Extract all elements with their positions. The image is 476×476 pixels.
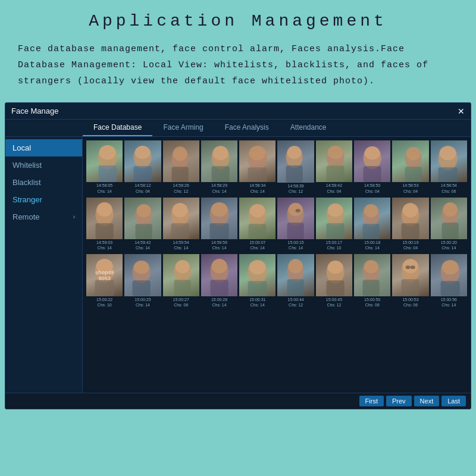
photo-meta: 15:00:15Chs: 14: [277, 240, 314, 250]
list-item[interactable]: 15:00:56Chs: 14: [431, 254, 467, 308]
tab-face-analysis[interactable]: Face Analysis: [214, 120, 280, 136]
tab-face-arming[interactable]: Face Arming: [152, 120, 214, 136]
photo-thumb: [86, 198, 123, 239]
svg-point-13: [249, 146, 266, 160]
app-window: Face Manage ✕ Face Database Face Arming …: [5, 102, 471, 409]
svg-point-19: [327, 146, 343, 159]
svg-rect-55: [363, 224, 380, 239]
list-item[interactable]: 14:58:54Chs: 06: [431, 140, 467, 194]
svg-rect-70: [174, 280, 190, 296]
photo-thumb: [354, 254, 390, 296]
photo-thumb: [277, 140, 314, 183]
photo-thumb: [392, 254, 428, 296]
list-item[interactable]: 15:00:18Chs: 14: [354, 198, 390, 251]
svg-point-87: [403, 259, 418, 273]
svg-point-31: [97, 202, 112, 217]
window-title: Face Manage: [11, 107, 59, 115]
list-item[interactable]: 14:58:05Chs: 14: [86, 140, 123, 194]
svg-point-51: [327, 203, 343, 217]
list-item[interactable]: 14:58:26Chs: 12: [163, 140, 199, 194]
description-text: Face database management, face control a…: [18, 41, 458, 89]
photo-thumb: [124, 198, 161, 239]
svg-point-46: [289, 203, 303, 216]
list-item[interactable]: 15:00:19Chs: 04: [392, 198, 428, 251]
svg-point-10: [212, 146, 228, 160]
list-item[interactable]: 14:58:34Chs: 14: [239, 140, 275, 194]
list-item[interactable]: 14:59:03Chs: 14: [86, 198, 123, 251]
svg-rect-64: [95, 280, 114, 296]
svg-rect-38: [171, 223, 189, 239]
prev-button[interactable]: Prev: [386, 396, 412, 406]
list-item[interactable]: 15:00:07Chs: 14: [239, 198, 275, 251]
tab-attendance[interactable]: Attendance: [280, 120, 337, 136]
list-item[interactable]: 14:59:56Chs: 14: [201, 198, 237, 251]
photo-meta: 15:00:17Chs: 10: [316, 240, 352, 250]
photo-meta: 14:58:39Chs: 12: [277, 183, 314, 194]
photo-meta: 14:58:54Chs: 06: [431, 183, 467, 193]
list-item[interactable]: 14:58:29Chs: 14: [201, 140, 237, 194]
list-item[interactable]: 14:59:54Chs: 14: [163, 198, 199, 251]
svg-point-37: [172, 203, 187, 217]
sidebar-item-blacklist[interactable]: Blacklist: [5, 174, 82, 191]
list-item[interactable]: 14:58:39Chs: 12: [277, 140, 314, 194]
list-item[interactable]: 14:58:53Chs: 04: [392, 140, 428, 194]
svg-point-22: [365, 146, 380, 159]
sidebar-item-local[interactable]: Local: [5, 139, 82, 156]
list-item[interactable]: 14:58:12Chs: 04: [124, 140, 161, 194]
photo-thumb: [239, 140, 275, 182]
main-content: 14:58:05Chs: 14 14:58:12Chs: 04: [83, 137, 471, 393]
list-item[interactable]: 15:00:31Chs: 14: [239, 254, 275, 308]
svg-point-78: [289, 259, 303, 273]
sidebar-item-whitelist[interactable]: Whitelist: [5, 156, 82, 174]
svg-point-40: [211, 202, 227, 217]
svg-point-16: [287, 146, 302, 159]
list-item[interactable]: 15:00:45Chs: 12: [316, 254, 352, 308]
photo-meta: 14:58:42Chs: 04: [316, 183, 352, 193]
svg-rect-8: [171, 167, 188, 182]
photo-thumb: [239, 254, 275, 296]
svg-rect-82: [326, 281, 344, 296]
photo-thumb: [431, 198, 467, 239]
photo-meta: 14:58:26Chs: 12: [163, 183, 199, 193]
svg-point-69: [175, 260, 189, 273]
photo-meta: 14:58:29Chs: 14: [201, 183, 237, 193]
photo-thumb: [354, 140, 390, 182]
first-button[interactable]: First: [359, 396, 384, 406]
list-item[interactable]: 15:00:53Chs: 06: [392, 254, 428, 308]
list-item[interactable]: 14:59:42Chs: 14: [124, 198, 161, 251]
svg-rect-58: [402, 223, 419, 239]
svg-rect-23: [364, 166, 381, 182]
photo-meta: 15:00:56Chs: 14: [431, 297, 467, 308]
list-item[interactable]: 15:00:17Chs: 10: [316, 198, 352, 251]
next-button[interactable]: Next: [414, 396, 440, 406]
close-button[interactable]: ✕: [458, 107, 465, 115]
list-item[interactable]: 15:00:15Chs: 14: [277, 198, 314, 251]
svg-point-57: [403, 203, 418, 217]
list-item[interactable]: 15:00:28Chs: 14: [201, 254, 237, 308]
photo-meta: 14:58:53Chs: 04: [392, 183, 428, 193]
photo-meta: 14:58:34Chs: 14: [239, 183, 275, 193]
list-item[interactable]: 14:58:50Chs: 04: [354, 140, 390, 194]
sidebar-item-remote[interactable]: Remote ›: [5, 208, 82, 226]
svg-point-34: [137, 204, 151, 217]
photo-thumb: [124, 254, 161, 296]
tab-face-database[interactable]: Face Database: [83, 120, 152, 136]
list-item[interactable]: 15:00:44Chs: 12: [277, 254, 314, 308]
svg-rect-14: [248, 167, 267, 182]
list-item[interactable]: 15:00:27Chs: 06: [163, 254, 199, 308]
svg-point-84: [364, 260, 378, 273]
sidebar-item-stranger[interactable]: Stranger: [5, 191, 82, 208]
list-item[interactable]: 15:00:20Chs: 14: [431, 198, 467, 251]
list-item[interactable]: 14:58:42Chs: 04: [316, 140, 352, 194]
svg-rect-73: [210, 280, 228, 296]
list-item[interactable]: 15:00:25Chs: 14: [124, 254, 161, 308]
list-item[interactable]: 15:00:50Chs: 06: [354, 254, 390, 308]
last-button[interactable]: Last: [441, 396, 466, 406]
photo-thumb: [277, 198, 314, 240]
sidebar: Local Whitelist Blacklist Stranger Remot…: [5, 137, 83, 393]
photo-thumb: [201, 198, 237, 239]
photo-meta: 14:58:50Chs: 04: [354, 183, 390, 193]
list-item[interactable]: shop498053 15:00:22Chs: 10: [86, 254, 123, 308]
svg-point-63: [96, 259, 113, 273]
photo-thumb: [392, 198, 428, 239]
